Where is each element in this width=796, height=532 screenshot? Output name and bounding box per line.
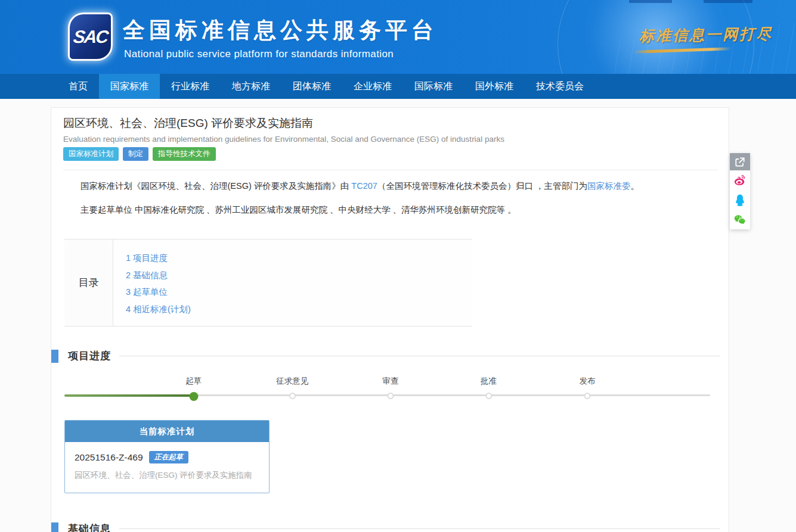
nav-item-foreign-standards[interactable]: 国外标准 bbox=[464, 74, 525, 99]
header-top-bar-decoration bbox=[629, 0, 672, 3]
intro-paragraph-1: 国家标准计划《园区环境、社会、治理(ESG) 评价要求及实施指南》由 TC207… bbox=[63, 180, 707, 192]
tag-row: 国家标准计划 制定 指导性技术文件 bbox=[63, 147, 216, 161]
timeline-dot bbox=[485, 393, 492, 399]
section-bar-decoration bbox=[51, 350, 58, 363]
table-of-contents: 目录 1 项目进度 2 基础信息 3 起草单位 4 相近标准(计划) bbox=[64, 239, 472, 326]
content-card: 园区环境、社会、治理(ESG) 评价要求及实施指南 Evaluation req… bbox=[51, 107, 729, 532]
sac-logo-text: SAC bbox=[72, 27, 109, 47]
timeline-dot bbox=[387, 393, 394, 399]
intro-text: 国家标准计划《园区环境、社会、治理(ESG) 评价要求及实施指南》由 bbox=[80, 181, 351, 191]
timeline-step-comments: 征求意见 bbox=[276, 376, 308, 399]
divider bbox=[63, 170, 718, 170]
site-header: SAC 全国标准信息公共服务平台 National public service… bbox=[0, 0, 796, 74]
section-heading-progress: 项目进度 bbox=[51, 349, 720, 363]
timeline-step-drafting: 起草 bbox=[185, 376, 202, 401]
section-line-decoration bbox=[119, 356, 720, 356]
toc-item-similar-standards[interactable]: 4 相近标准(计划) bbox=[126, 301, 191, 318]
nav-item-local-standards[interactable]: 地方标准 bbox=[221, 74, 281, 99]
plan-card-body: 20251516-Z-469 正在起草 园区环境、社会、治理(ESG) 评价要求… bbox=[65, 442, 269, 481]
intro-text: 。 bbox=[630, 181, 639, 191]
timeline-step-label: 批准 bbox=[481, 376, 497, 387]
timeline-step-approval: 批准 bbox=[481, 376, 497, 399]
standards-committee-link[interactable]: 国家标准委 bbox=[587, 181, 631, 191]
toc-item-basic-info[interactable]: 2 基础信息 bbox=[126, 267, 191, 284]
nav-item-technical-committees[interactable]: 技术委员会 bbox=[525, 74, 595, 99]
section-line-decoration bbox=[119, 528, 720, 529]
share-icon[interactable] bbox=[730, 153, 750, 170]
section-title: 基础信息 bbox=[68, 522, 111, 532]
section-title: 项目进度 bbox=[68, 349, 111, 363]
timeline-step-review: 审查 bbox=[382, 376, 398, 399]
plan-number-link[interactable]: 20251516-Z-469 bbox=[75, 452, 143, 463]
intro-paragraph-2: 主要起草单位 中国标准化研究院 、苏州工业园区城市发展研究院 、中央财经大学 、… bbox=[63, 204, 707, 216]
wechat-icon[interactable] bbox=[730, 210, 750, 229]
qq-icon[interactable] bbox=[730, 190, 750, 210]
page-title: 园区环境、社会、治理(ESG) 评价要求及实施指南 bbox=[63, 116, 313, 131]
timeline-step-publication: 发布 bbox=[580, 376, 596, 399]
tag-national-standard-plan: 国家标准计划 bbox=[63, 147, 119, 161]
intro-text: （全国环境管理标准化技术委员会）归口 ，主管部门为 bbox=[377, 181, 587, 191]
progress-timeline: 起草 征求意见 审查 批准 发布 bbox=[64, 376, 710, 412]
main-area: 园区环境、社会、治理(ESG) 评价要求及实施指南 Evaluation req… bbox=[0, 99, 796, 532]
nav-item-enterprise-standards[interactable]: 企业标准 bbox=[342, 74, 403, 99]
toc-item-drafting-units[interactable]: 3 起草单位 bbox=[126, 284, 191, 301]
nav-item-group-standards[interactable]: 团体标准 bbox=[281, 74, 342, 99]
site-subtitle-en: National public service platform for sta… bbox=[124, 48, 394, 60]
toc-item-project-progress[interactable]: 1 项目进度 bbox=[126, 250, 191, 267]
timeline-step-label: 发布 bbox=[580, 376, 596, 387]
plan-name: 园区环境、社会、治理(ESG) 评价要求及实施指南 bbox=[75, 470, 259, 481]
header-slogan: 标准信息一网打尽 bbox=[639, 24, 773, 46]
nav-item-international-standards[interactable]: 国际标准 bbox=[403, 74, 464, 99]
page-title-en: Evaluation requirements and implementati… bbox=[63, 135, 504, 144]
current-plan-card: 当前标准计划 20251516-Z-469 正在起草 园区环境、社会、治理(ES… bbox=[64, 420, 270, 493]
share-toolbar bbox=[730, 153, 750, 229]
nav-item-industry-standards[interactable]: 行业标准 bbox=[160, 74, 221, 99]
tag-formulate: 制定 bbox=[123, 147, 148, 161]
intro-paragraphs: 国家标准计划《园区环境、社会、治理(ESG) 评价要求及实施指南》由 TC207… bbox=[63, 180, 707, 228]
main-nav: 首页 国家标准 行业标准 地方标准 团体标准 企业标准 国际标准 国外标准 技术… bbox=[0, 74, 796, 99]
tc207-link[interactable]: TC207 bbox=[351, 181, 377, 191]
status-badge: 正在起草 bbox=[149, 451, 188, 463]
toc-label: 目录 bbox=[64, 239, 113, 326]
plan-number-row: 20251516-Z-469 正在起草 bbox=[75, 451, 259, 463]
nav-item-home[interactable]: 首页 bbox=[57, 74, 99, 99]
section-heading-basic-info: 基础信息 bbox=[51, 522, 720, 532]
timeline-dot bbox=[289, 393, 296, 399]
nav-item-national-standards[interactable]: 国家标准 bbox=[99, 74, 160, 99]
timeline-dot-active bbox=[189, 392, 198, 401]
timeline-step-label: 征求意见 bbox=[276, 376, 308, 387]
plan-card-header: 当前标准计划 bbox=[65, 421, 269, 442]
section-bar-decoration bbox=[51, 522, 58, 532]
timeline-dot bbox=[584, 393, 591, 399]
header-top-bar-decoration bbox=[704, 0, 752, 3]
weibo-icon[interactable] bbox=[730, 170, 750, 190]
timeline-progress-fill bbox=[64, 394, 194, 397]
tag-guiding-technical-document: 指导性技术文件 bbox=[153, 147, 216, 161]
timeline-step-label: 审查 bbox=[382, 376, 398, 387]
timeline-step-label: 起草 bbox=[185, 376, 202, 387]
site-title: 全国标准信息公共服务平台 bbox=[123, 15, 438, 45]
toc-list: 1 项目进度 2 基础信息 3 起草单位 4 相近标准(计划) bbox=[113, 239, 191, 326]
sac-logo[interactable]: SAC bbox=[68, 13, 113, 61]
